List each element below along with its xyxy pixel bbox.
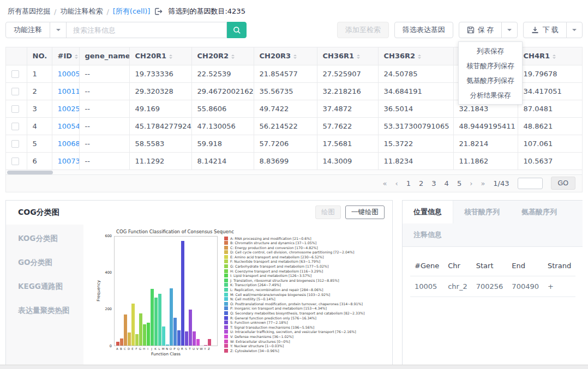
save-button[interactable]: 保 存 [459, 22, 502, 38]
page-number-2[interactable]: 2 [419, 179, 423, 187]
column-header-label: CH20R2 [197, 52, 229, 60]
annotation-category-caret-button[interactable] [50, 22, 67, 38]
gene-id-link[interactable]: 10068 [58, 140, 80, 148]
gene-id-link[interactable]: 10054 [58, 122, 80, 130]
legend-item: N: Cell motility [5~0.14%] [224, 297, 365, 301]
column-header-ch36r1[interactable]: CH36R1 [317, 47, 378, 65]
chart-legend: A: RNA processing and modification [21~0… [224, 236, 365, 356]
column-header-ch4r1[interactable]: CH4R1 [518, 47, 582, 65]
prev-page-button[interactable]: ‹ [395, 179, 398, 187]
gene-id-link[interactable]: 10011 [58, 87, 80, 95]
legend-item: I: Lipid transport and metabolism [126~3… [224, 274, 365, 277]
first-page-button[interactable]: « [383, 179, 387, 187]
column-header-ch36r2[interactable]: CH36R2 [378, 47, 453, 65]
one-click-draw-button[interactable]: 一键绘图 [345, 205, 385, 219]
row-checkbox[interactable] [11, 123, 19, 130]
column-header-ch20r2[interactable]: CH20R2 [191, 47, 254, 65]
x-axis-tick-labels: ABCDEFGHIJKLMNOPQRSTUVWYZ [114, 347, 218, 350]
bottom-panels: COG分类图 绘图 一键绘图 KOG分类图GO分类图KEGG通路图表达量聚类热图… [5, 200, 583, 366]
row-checkbox[interactable] [11, 105, 19, 113]
annotation-category-button[interactable]: 功能注释 [5, 22, 50, 38]
page-scrollbar-strip[interactable] [0, 365, 588, 369]
breadcrumb-item-function-annotation-search[interactable]: 功能注释检索 [60, 7, 103, 16]
legend-swatch [224, 288, 228, 292]
menu-item-analysis-result-save[interactable]: 分析结果保存 [459, 88, 522, 102]
breadcrumb-item-all-gene-mining[interactable]: 所有基因挖掘 [8, 7, 50, 16]
sort-icon[interactable] [231, 53, 235, 61]
legend-label: C: Energy production and conversion [170… [230, 246, 318, 250]
tab-annotation-info[interactable]: 注释信息 [403, 223, 453, 246]
draw-button[interactable]: 绘图 [315, 205, 341, 219]
page-number-1[interactable]: 1 [406, 179, 411, 187]
gene-id-link[interactable]: 10005 [58, 70, 80, 78]
y-tick-label: 600 [105, 234, 112, 238]
filter-expressed-genes-button[interactable]: 筛选表达基因 [394, 22, 453, 38]
column-header-ch20r3[interactable]: CH20R3 [254, 47, 317, 65]
sidebar-item-kegg[interactable]: KEGG通路图 [6, 275, 83, 299]
column-header-gene_name[interactable]: gene_name [79, 47, 129, 65]
row-select-cell [6, 82, 27, 100]
page-number-4[interactable]: 4 [445, 179, 449, 187]
gene-name-cell: -- [79, 135, 129, 152]
legend-label: A: RNA processing and modification [21~0… [230, 237, 311, 240]
gene-id-link[interactable]: 10073 [58, 157, 80, 165]
tab-amino-acid-sequence[interactable]: 氨基酸序列 [511, 201, 568, 223]
tab-position-info[interactable]: 位置信息 [403, 201, 453, 223]
table-row: 410054--45.178427792447.13005656.2145225… [6, 117, 582, 135]
download-button[interactable]: 下 载 [523, 22, 567, 38]
add-to-search-button[interactable]: 添加至检索 [337, 22, 389, 38]
breadcrumb-item-all-cell-link[interactable]: [所有(cell)] [113, 7, 151, 16]
menu-item-amino-acid-save[interactable]: 氨基酸序列保存 [459, 73, 522, 88]
save-caret-button[interactable] [501, 22, 518, 38]
legend-label: B: Chromatin structure and dynamics [37~… [230, 241, 316, 245]
expression-value-cell: 27.525907 [317, 65, 378, 82]
chart-bar-C [124, 314, 127, 346]
sort-icon[interactable] [293, 53, 297, 61]
legend-item: K: Transcription [264~7.49%] [224, 283, 365, 287]
sort-icon[interactable] [75, 53, 78, 61]
column-header-ch20r1[interactable]: CH20R1 [129, 47, 191, 65]
expression-value-cell: 107.061 [518, 135, 582, 152]
info-cell: 10005 [410, 276, 443, 297]
legend-label: R: General function prediction only [576… [230, 316, 316, 320]
sort-desc-arrow [293, 57, 297, 61]
sort-icon[interactable] [357, 53, 360, 61]
row-checkbox[interactable] [11, 140, 19, 148]
tab-nucleotide-sequence[interactable]: 核苷酸序列 [453, 201, 511, 223]
breadcrumb: 所有基因挖掘 / 功能注释检索 / [所有(cell)] 筛选到的基因数目:42… [8, 7, 588, 16]
expression-value-cell: 57.7206 [254, 135, 317, 152]
row-checkbox[interactable] [11, 158, 19, 165]
tab-cog-classification[interactable]: COG分类图 [18, 208, 59, 217]
page-go-button[interactable]: GO [551, 177, 575, 190]
sort-icon[interactable] [553, 53, 556, 61]
menu-item-list-save[interactable]: 列表保存 [459, 44, 522, 58]
legend-swatch [224, 297, 228, 301]
gene-id-link[interactable]: 10025 [58, 105, 80, 113]
sidebar-item-go[interactable]: GO分类图 [6, 251, 83, 275]
row-checkbox[interactable] [11, 70, 19, 78]
x-tick-label: F [135, 347, 138, 350]
horizontal-scrollbar-thumb[interactable] [7, 171, 53, 174]
expression-value-cell: 47.130056 [191, 117, 254, 135]
search-input[interactable] [67, 22, 227, 38]
download-caret-button[interactable] [566, 22, 583, 38]
page-jump-input[interactable] [518, 178, 543, 189]
row-checkbox[interactable] [11, 88, 19, 95]
search-button[interactable] [227, 22, 247, 38]
page-number-3[interactable]: 3 [431, 179, 436, 187]
gene-name-cell: -- [79, 65, 129, 82]
legend-label: D: Cell cycle control, cell division, ch… [230, 250, 354, 254]
last-page-button[interactable]: » [481, 179, 485, 187]
menu-item-nucleotide-save[interactable]: 核苷酸序列保存 [459, 58, 522, 73]
legend-label: I: Lipid transport and metabolism [126~3… [230, 274, 311, 277]
sort-icon[interactable] [418, 53, 421, 61]
legend-label: V: Defense mechanisms [36~1.02%] [230, 335, 293, 338]
sidebar-item-kog[interactable]: KOG分类图 [6, 227, 83, 251]
chart-type-sidebar: KOG分类图GO分类图KEGG通路图表达量聚类热图 [6, 225, 83, 366]
column-header-id[interactable]: #ID [52, 47, 79, 65]
page-number-5[interactable]: 5 [457, 179, 461, 187]
sidebar-item-expression-heatmap[interactable]: 表达量聚类热图 [6, 299, 83, 323]
gene-name-cell: -- [79, 82, 129, 100]
next-page-button[interactable]: › [470, 179, 472, 187]
sort-icon[interactable] [169, 53, 172, 61]
